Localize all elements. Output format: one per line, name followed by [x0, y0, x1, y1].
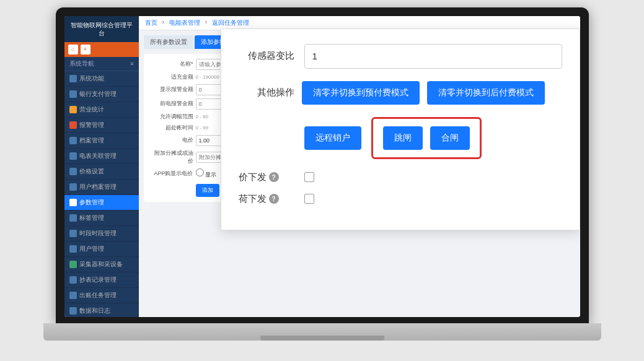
sidebar-item-label: 价格设置: [79, 167, 104, 176]
strategy-label: 附加分摊成或油价: [150, 149, 193, 165]
sidebar-item-user-archive[interactable]: 用户档案管理: [64, 180, 139, 195]
sidebar-item-label: 报警管理: [79, 121, 104, 129]
breadcrumb-sep: ›: [162, 19, 164, 27]
time-icon: [69, 230, 77, 237]
tab-all-params[interactable]: 所有参数设置: [144, 35, 193, 49]
close-button[interactable]: 合闸: [430, 126, 470, 150]
sidebar-item-label: 时段时段管理: [79, 229, 117, 238]
bank-icon: [69, 90, 77, 98]
users-icon: [69, 245, 77, 253]
charge-label: 适充金额: [150, 73, 193, 81]
sidebar-item-params[interactable]: 参数管理: [64, 195, 139, 211]
home-icon[interactable]: ⌂: [68, 45, 78, 54]
app-title: 智能物联网综合管理平台: [64, 16, 139, 42]
sidebar-item-label: 抄表记录管理: [79, 276, 117, 284]
nav-label: 系统导航: [69, 59, 94, 68]
breadcrumb-return[interactable]: 返回任务管理: [212, 19, 249, 27]
sidebar-item-label: 用户管理: [79, 245, 104, 253]
user-archive-icon: [69, 183, 77, 191]
price-send-checkbox[interactable]: [304, 172, 314, 182]
pre-warning-label: 前电报警金额: [150, 100, 193, 108]
sidebar-item-bank[interactable]: 银行支付管理: [64, 87, 139, 102]
sidebar-item-archive[interactable]: 档案管理: [64, 133, 139, 149]
radio-show-label[interactable]: 显示: [196, 168, 217, 179]
sidebar-item-price[interactable]: 价格设置: [64, 164, 139, 180]
sidebar-item-time[interactable]: 时段时段管理: [64, 226, 139, 241]
sidebar-item-alert[interactable]: 报警管理: [64, 118, 139, 133]
highlighted-actions-box: 跳闸 合闸: [371, 117, 482, 159]
overlay-panel: 传感器变比 其他操作 清零并切换到预付费模式 清零并切换到后付费模式 远程销户 …: [221, 28, 580, 230]
load-send-checkbox[interactable]: [304, 194, 314, 204]
sensor-label: 传感器变比: [239, 50, 294, 62]
price-send-label: 价下发: [239, 172, 267, 183]
price-send-label-wrapper: 价下发 ?: [239, 172, 294, 183]
sidebar-item-billing[interactable]: 出账任务管理: [64, 288, 139, 303]
sensor-input[interactable]: [304, 44, 562, 69]
jump-open-button[interactable]: 跳闸: [383, 126, 423, 150]
price-help-icon[interactable]: ?: [269, 172, 279, 182]
sensor-row: 传感器变比: [239, 44, 562, 69]
sidebar-item-tags[interactable]: 标签管理: [64, 211, 139, 226]
range-label: 允许调幅范围: [150, 113, 193, 121]
collector-icon: [69, 261, 77, 268]
laptop-bezel: 智能物联网综合管理平台 ⌂ ≡ 系统导航 ≡ 系统功能 银行支付管理: [56, 7, 589, 323]
params-icon: [69, 199, 77, 206]
laptop-base: [43, 323, 601, 341]
timeout-label: 超处帐时间: [150, 124, 193, 132]
price-send-row: 价下发 ?: [239, 172, 562, 183]
add-button[interactable]: 添加: [196, 184, 219, 197]
sidebar-item-label: 数据和日志: [79, 307, 110, 315]
sidebar-item-label: 营业统计: [79, 105, 104, 114]
alert-icon: [69, 121, 77, 129]
radio-show[interactable]: [196, 168, 204, 176]
gear-icon: [69, 75, 77, 82]
sidebar-item-meter-mgmt[interactable]: 电表关联管理: [64, 149, 139, 164]
load-help-icon[interactable]: ?: [269, 194, 279, 204]
sidebar-item-label: 采集器和采设备: [79, 260, 123, 269]
jump-close-row: 远程销户 跳闸 合闸: [239, 117, 562, 159]
load-send-label: 荷下发: [239, 193, 267, 205]
sidebar-item-system-func[interactable]: 系统功能: [64, 71, 139, 87]
laptop-screen: 智能物联网综合管理平台 ⌂ ≡ 系统导航 ≡ 系统功能 银行支付管理: [64, 16, 580, 317]
nav-header: 系统导航 ≡: [64, 57, 139, 71]
sidebar-item-label: 出账任务管理: [79, 291, 117, 300]
sidebar-item-stats[interactable]: 营业统计: [64, 102, 139, 118]
billing-icon: [69, 292, 77, 299]
archive-icon: [69, 137, 77, 144]
sidebar-top-bar: ⌂ ≡: [64, 42, 139, 57]
data-log-icon: [69, 307, 77, 315]
clear-postpay-button[interactable]: 清零并切换到后付费模式: [427, 81, 545, 105]
load-send-label-wrapper: 荷下发 ?: [239, 193, 294, 205]
sidebar-item-collector[interactable]: 采集器和采设备: [64, 257, 139, 272]
name-label: 名称*: [150, 60, 193, 68]
stats-icon: [69, 106, 77, 113]
remote-sales-button[interactable]: 远程销户: [304, 126, 361, 150]
menu-icon[interactable]: ≡: [81, 45, 90, 54]
reading-icon: [69, 276, 77, 284]
breadcrumb-meter[interactable]: 电能表管理: [169, 19, 200, 27]
sidebar-item-label: 系统功能: [79, 74, 104, 83]
app-show-label: APP购显示电价: [150, 170, 193, 178]
nav-toggle[interactable]: ≡: [130, 61, 133, 67]
price-icon: [69, 168, 77, 175]
sidebar-item-users[interactable]: 用户管理: [64, 241, 139, 257]
sidebar-item-data-log[interactable]: 数据和日志: [64, 303, 139, 317]
sidebar-item-label: 档案管理: [79, 136, 104, 145]
other-ops-label: 其他操作: [239, 87, 294, 98]
load-send-row: 荷下发 ?: [239, 193, 562, 205]
breadcrumb-home[interactable]: 首页: [145, 19, 157, 27]
meter-icon: [69, 152, 77, 160]
other-ops-row: 其他操作 清零并切换到预付费模式 清零并切换到后付费模式: [239, 81, 562, 105]
sidebar: 智能物联网综合管理平台 ⌂ ≡ 系统导航 ≡ 系统功能 银行支付管理: [64, 16, 139, 317]
timeout-hint: 0 - 99: [196, 125, 208, 131]
clear-prepay-button[interactable]: 清零并切换到预付费模式: [302, 81, 420, 105]
radio-show-text: 显示: [205, 172, 216, 178]
laptop-wrapper: 智能物联网综合管理平台 ⌂ ≡ 系统导航 ≡ 系统功能 银行支付管理: [37, 7, 607, 354]
sidebar-item-label: 标签管理: [79, 214, 104, 222]
sidebar-item-label: 用户档案管理: [79, 183, 117, 191]
sidebar-item-reading[interactable]: 抄表记录管理: [64, 272, 139, 288]
range-hint: 0 - 80: [196, 114, 208, 120]
sidebar-item-label: 参数管理: [79, 198, 104, 207]
sidebar-item-label: 银行支付管理: [79, 90, 117, 98]
tag-icon: [69, 214, 77, 222]
